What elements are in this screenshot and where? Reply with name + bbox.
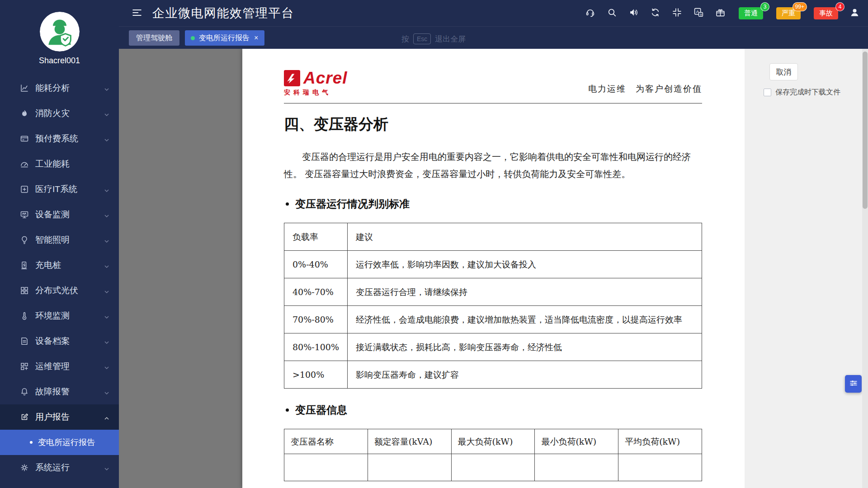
subitem-label: 变电所运行报告	[38, 437, 95, 448]
criteria-table: 负载率 建议 0%-40% 运行效率低，影响功率因数，建议加大设备投入 40%-…	[284, 223, 702, 389]
save-panel: 取消 保存完成时下载文件	[745, 49, 868, 488]
tab-substation-report[interactable]: 变电所运行报告 ×	[185, 30, 264, 46]
bulb-icon	[20, 235, 29, 244]
profile-button[interactable]	[849, 7, 860, 19]
medical-cross-icon	[20, 185, 29, 194]
compress-icon	[672, 7, 682, 19]
hamburger-icon	[132, 7, 142, 19]
table-header-row: 变压器名称 额定容量(kVA) 最大负荷(kW) 最小负荷(kW) 平均负荷(k…	[284, 429, 702, 454]
acrel-logo: Acrel 安科瑞电气	[284, 69, 348, 97]
table-row: >100% 影响变压器寿命，建议扩容	[284, 361, 702, 389]
chevron-down-icon	[104, 338, 110, 344]
volume-button[interactable]	[628, 7, 639, 19]
refresh-button[interactable]	[650, 7, 660, 19]
translate-button[interactable]: A文	[693, 7, 704, 19]
search-button[interactable]	[607, 7, 617, 19]
grid-plus-icon	[20, 362, 29, 371]
search-icon	[607, 7, 617, 19]
sidebar-item-industrial-energy[interactable]: 工业能耗	[0, 151, 119, 177]
chevron-down-icon	[104, 389, 110, 395]
pv-grid-icon	[20, 286, 29, 295]
headset-icon	[585, 7, 595, 19]
section-title: 四、变压器分析	[284, 114, 702, 135]
sidebar-item-om-management[interactable]: 运维管理	[0, 354, 119, 379]
report-header: Acrel 安科瑞电气 电力运维 为客户创造价值	[284, 69, 702, 97]
bell-icon	[20, 387, 29, 396]
close-icon[interactable]: ×	[254, 34, 259, 42]
report-page: Acrel 安科瑞电气 电力运维 为客户创造价值 四、变压器分析 变压器的合理运…	[242, 49, 745, 488]
transformer-info-table: 变压器名称 额定容量(kVA) 最大负荷(kW) 最小负荷(kW) 平均负荷(k…	[284, 429, 702, 481]
sidebar-item-system-run[interactable]: 系统运行	[0, 455, 119, 480]
content-area: Acrel 安科瑞电气 电力运维 为客户创造价值 四、变压器分析 变压器的合理运…	[119, 49, 868, 488]
tab-label: 变电所运行报告	[199, 33, 250, 43]
sidebar-item-fault-alarm[interactable]: 故障报警	[0, 379, 119, 404]
page-title: 企业微电网能效管理平台	[152, 5, 294, 21]
user-icon	[849, 7, 860, 19]
edit-icon	[20, 413, 29, 422]
dashboard-button[interactable]: 管理驾驶舱	[129, 30, 179, 46]
sidebar-item-distributed-pv[interactable]: 分布式光伏	[0, 278, 119, 303]
sidebar-item-smart-lighting[interactable]: 智能照明	[0, 227, 119, 253]
alarm-accident-button[interactable]: 事故 4	[814, 7, 838, 19]
download-option[interactable]: 保存完成时下载文件	[764, 88, 840, 97]
tab-bar: 管理驾驶舱 变电所运行报告 × 按 Esc 退出全屏	[119, 26, 868, 49]
intro-paragraph: 变压器的合理运行是用户安全用电的重要内容之一，它影响着供电的安全可靠性和电网运行…	[284, 148, 702, 183]
avatar[interactable]	[40, 12, 80, 52]
sidebar: Shacrel001 能耗分析 消防火灾 预付费系统 工业能耗	[0, 0, 119, 488]
table-row: 40%-70% 变压器运行合理，请继续保持	[284, 278, 702, 306]
scrollbar[interactable]	[862, 49, 868, 488]
exit-fullscreen-button[interactable]	[672, 7, 682, 19]
sidebar-item-charging-pile[interactable]: 充电桩	[0, 253, 119, 278]
cancel-button[interactable]: 取消	[769, 63, 798, 80]
sidebar-item-environment-monitoring[interactable]: 环境监测	[0, 303, 119, 328]
sidebar-menu: 能耗分析 消防火灾 预付费系统 工业能耗 医疗IT系统	[0, 75, 119, 488]
gear-icon	[20, 463, 29, 472]
sidebar-item-energy-analysis[interactable]: 能耗分析	[0, 75, 119, 101]
sidebar-item-prepaid-system[interactable]: 预付费系统	[0, 126, 119, 151]
chevron-up-icon	[104, 414, 110, 420]
sidebar-item-user-report[interactable]: 用户报告	[0, 404, 119, 430]
topbar: 企业微电网能效管理平台 A文	[119, 0, 868, 26]
alarm-severe-count: 99+	[793, 2, 807, 11]
download-label: 保存完成时下载文件	[775, 88, 840, 97]
scrollbar-thumb[interactable]	[863, 52, 868, 209]
bullet-dot	[286, 202, 289, 206]
sliders-icon	[849, 379, 858, 389]
alarm-normal-count: 3	[760, 2, 769, 11]
svg-text:文: 文	[699, 13, 703, 16]
service-button[interactable]	[585, 7, 595, 19]
acrel-logo-icon	[284, 70, 300, 86]
sidebar-item-fire-safety[interactable]: 消防火灾	[0, 101, 119, 126]
theme-button[interactable]	[715, 7, 726, 19]
table-row: 0%-40% 运行效率低，影响功率因数，建议加大设备投入	[284, 251, 702, 278]
chevron-down-icon	[104, 110, 110, 117]
header-rule	[284, 103, 702, 103]
username: Shacrel001	[0, 56, 119, 66]
info-heading: 变压器信息	[284, 403, 702, 417]
hint-suffix: 退出全屏	[435, 34, 466, 44]
chevron-down-icon	[104, 465, 110, 471]
chevron-down-icon	[104, 262, 110, 268]
alarm-severe-button[interactable]: 严重 99+	[776, 7, 801, 19]
fullscreen-exit-hint: 按 Esc 退出全屏	[401, 33, 466, 44]
chevron-down-icon	[104, 313, 110, 319]
sidebar-subitem-substation-report[interactable]: 变电所运行报告	[0, 430, 119, 455]
alarm-normal-button[interactable]: 普通 3	[739, 7, 763, 19]
settings-float-button[interactable]	[845, 375, 862, 393]
line-chart-icon	[20, 84, 29, 93]
sidebar-item-device-archive[interactable]: 设备档案	[0, 328, 119, 354]
chevron-down-icon	[104, 237, 110, 243]
brand-tagline: 电力运维 为客户创造价值	[588, 83, 702, 97]
flame-icon	[20, 109, 29, 118]
gauge-icon	[20, 160, 29, 169]
menu-collapse-button[interactable]	[132, 7, 142, 19]
sidebar-item-medical-it[interactable]: 医疗IT系统	[0, 177, 119, 202]
archive-doc-icon	[20, 337, 29, 346]
download-checkbox[interactable]	[764, 89, 771, 96]
profile-block: Shacrel001	[0, 0, 119, 66]
tab-status-dot	[191, 36, 195, 40]
table-row: 70%-80% 经济性低，会造成电能浪费，建议增加散热装置，适当降低电流密度，以…	[284, 306, 702, 333]
prepaid-card-icon	[20, 134, 29, 143]
table-row: 80%-100% 接近满载状态，损耗比高，影响变压器寿命，经济性低	[284, 333, 702, 361]
sidebar-item-device-monitoring[interactable]: 设备监测	[0, 202, 119, 227]
